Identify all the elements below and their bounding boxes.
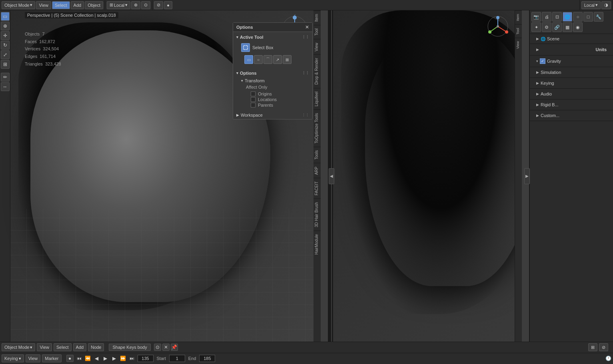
tool-mode-select[interactable]: ↗	[273, 55, 282, 64]
side-tab-liquifeel[interactable]: Liquifeel	[313, 88, 321, 109]
origins-checkbox[interactable]	[251, 91, 256, 96]
props-object-btn[interactable]: □	[583, 12, 593, 22]
right-nav-widget[interactable]	[486, 14, 510, 39]
bottom-add-btn[interactable]: Add	[73, 343, 87, 351]
audio-expand-arrow[interactable]: ▶	[536, 92, 539, 96]
custom-row[interactable]: ▶ Custom...	[533, 112, 610, 119]
move-tool-btn[interactable]: ✛	[1, 31, 10, 40]
transform-orient[interactable]: ⊞ Local ▾	[107, 1, 130, 9]
cursor-tool-btn[interactable]: ⊕	[1, 22, 10, 30]
prev-keyframe-btn[interactable]: ◀	[93, 354, 101, 362]
props-output-btn[interactable]: 🖨	[542, 12, 551, 22]
options-section-header[interactable]: ▾ Options ⋮⋮	[236, 70, 309, 77]
rotate-tool-btn[interactable]: ↻	[1, 41, 10, 50]
select-tool-btn[interactable]: ▭	[1, 12, 10, 21]
locations-checkbox[interactable]	[251, 97, 256, 102]
viewport-right[interactable]: Item Tool View	[332, 10, 529, 342]
keying-row[interactable]: ▶ Keying	[533, 80, 610, 87]
add-menu[interactable]: Add	[71, 1, 84, 9]
gravity-checkbox[interactable]: ✓	[540, 58, 545, 64]
jump-start-btn[interactable]: ⏮	[75, 354, 83, 362]
side-tab-view[interactable]: View	[313, 39, 321, 55]
rigid-body-row[interactable]: ▶ Rigid B...	[533, 101, 610, 108]
select-menu[interactable]: Select	[52, 1, 70, 9]
snap-btn[interactable]: ⊕	[131, 1, 140, 9]
simulation-expand-arrow[interactable]: ▶	[536, 70, 539, 74]
keying-expand-arrow[interactable]: ▶	[536, 81, 539, 85]
scale-tool-btn[interactable]: ⤢	[1, 50, 10, 59]
side-tab-tooptimize[interactable]: ToOptimize Tools	[313, 109, 321, 147]
side-tab-tools[interactable]: Tools	[313, 147, 321, 163]
props-view-layer-btn[interactable]: ⊡	[552, 12, 562, 22]
active-tool-header[interactable]: ▾ Active Tool ⋮⋮	[236, 34, 309, 41]
workspace-row[interactable]: ▶ Workspace ⋮⋮	[233, 111, 312, 119]
parents-checkbox[interactable]	[251, 103, 256, 107]
props-data-btn[interactable]: ▦	[563, 22, 572, 32]
options-close-btn[interactable]: ✕	[305, 24, 309, 30]
props-render-btn[interactable]: 📷	[531, 12, 541, 22]
start-frame-input[interactable]	[169, 355, 185, 362]
play-btn[interactable]: ▶	[102, 354, 110, 362]
overlay-btn-2[interactable]: ⊘	[599, 343, 608, 351]
bottom-select-btn[interactable]: Select	[54, 343, 72, 351]
bottom-node-btn[interactable]: Node	[88, 343, 104, 351]
side-tab-hair-brush[interactable]: 3D Hair Brush	[313, 199, 321, 231]
gravity-row[interactable]: ▾ ✓ Gravity	[533, 57, 610, 65]
current-frame-input[interactable]	[138, 355, 154, 362]
right-collapse-btn[interactable]: ▶	[524, 168, 530, 184]
next-keyframe-btn[interactable]: ▶	[110, 354, 118, 362]
props-modifier-btn[interactable]: 🔧	[594, 12, 603, 22]
frame-reset-btn[interactable]: ●	[66, 355, 74, 362]
side-tab-drop-render[interactable]: Drop & Render	[313, 54, 321, 88]
custom-expand-arrow[interactable]: ▶	[536, 113, 539, 117]
right-tab-view[interactable]: View	[515, 38, 522, 52]
tool-mode-circle[interactable]: ○	[254, 55, 263, 64]
status-btn-1[interactable]: ⊙	[154, 344, 161, 351]
side-tab-item[interactable]: Item	[313, 10, 321, 25]
measure-tool-btn[interactable]: ↔	[1, 82, 10, 91]
tool-mode-extra[interactable]: ⊞	[283, 55, 292, 64]
marker-btn[interactable]: Marker	[42, 354, 61, 362]
status-btn-2[interactable]: ✕	[162, 344, 170, 351]
view-menu[interactable]: View	[36, 1, 51, 9]
object-menu[interactable]: Object	[85, 1, 103, 9]
transform-header[interactable]: ▾ Transform	[241, 78, 309, 84]
audio-row[interactable]: ▶ Audio	[533, 90, 610, 97]
keying-dropdown[interactable]: Keying ▾	[2, 354, 24, 362]
end-frame-input[interactable]	[199, 355, 215, 362]
tool-mode-lasso[interactable]: ⌒	[264, 55, 272, 64]
props-constraints-btn[interactable]: 🔗	[552, 22, 562, 32]
viewport-shading[interactable]: ●	[164, 1, 172, 9]
right-tab-item[interactable]: Item	[515, 10, 522, 24]
props-physics-btn[interactable]: ⚙	[542, 22, 551, 32]
next-frame-btn[interactable]: ⏩	[119, 354, 127, 362]
props-scene-btn[interactable]: 🌐	[563, 12, 572, 22]
side-tab-arp[interactable]: ARP	[313, 163, 321, 178]
rigid-expand-arrow[interactable]: ▶	[536, 103, 539, 107]
jump-end-btn[interactable]: ⏭	[128, 354, 136, 362]
status-btn-3[interactable]: 📌	[171, 344, 178, 351]
gravity-expand-arrow[interactable]: ▾	[536, 59, 538, 63]
side-tab-tool[interactable]: Tool	[313, 25, 321, 39]
units-expand-arrow[interactable]: ▶	[536, 48, 539, 52]
side-tab-faceit[interactable]: FACEIT	[313, 178, 321, 199]
bottom-mode-dropdown[interactable]: Object Mode ▾	[2, 343, 35, 351]
right-tab-tool[interactable]: Tool	[515, 24, 522, 38]
right-mode-dropdown[interactable]: Local ▾	[581, 1, 601, 9]
sync-btn[interactable]: ⊞	[588, 343, 597, 351]
simulation-row[interactable]: ▶ Simulation	[533, 69, 610, 76]
mode-dropdown[interactable]: Object Mode ▾	[2, 1, 35, 9]
prev-frame-btn[interactable]: ⏪	[84, 354, 92, 362]
transform-tool-btn[interactable]: ⊞	[1, 60, 10, 69]
proportional-btn[interactable]: ⊙	[141, 1, 150, 9]
annotate-tool-btn[interactable]: ✏	[1, 73, 10, 82]
bottom-view-btn[interactable]: View	[37, 343, 52, 351]
viewport-left[interactable]: ▭ ⊕ ✛ ↻ ⤢ ⊞ ✏ ↔	[0, 10, 328, 342]
playback-view-btn[interactable]: View	[26, 354, 41, 362]
props-world-btn[interactable]: ○	[573, 12, 583, 22]
props-particles-btn[interactable]: ✦	[531, 22, 541, 32]
props-material-btn[interactable]: ◉	[573, 22, 583, 32]
tool-mode-box[interactable]: ▭	[244, 55, 253, 64]
right-shading[interactable]: ◑	[601, 1, 611, 9]
scene-expand-arrow[interactable]: ▶	[536, 37, 539, 41]
